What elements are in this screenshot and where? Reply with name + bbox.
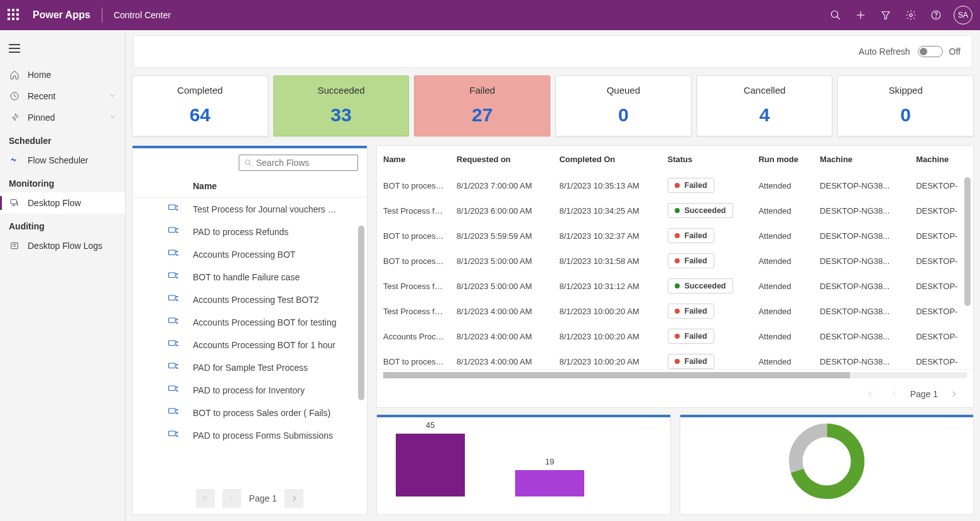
col-header[interactable]: Machine xyxy=(910,146,973,173)
svg-rect-8 xyxy=(11,200,16,204)
nav-flow-scheduler[interactable]: Flow Scheduler xyxy=(0,150,125,171)
cell-status: Failed xyxy=(662,299,753,324)
flow-row[interactable]: Accounts Processing BOT for 1 hour xyxy=(133,334,367,356)
search-input[interactable] xyxy=(256,158,353,168)
stat-card[interactable]: Completed 64 xyxy=(132,75,268,136)
pager-label: Page 1 xyxy=(910,389,938,399)
stat-card[interactable]: Skipped 0 xyxy=(837,75,974,136)
stat-value: 4 xyxy=(702,104,827,126)
flow-name: Accounts Processing BOT xyxy=(193,250,295,260)
pager-first[interactable] xyxy=(196,489,215,508)
toggle-state: Off xyxy=(949,47,961,57)
status-pill: Succeeded xyxy=(668,203,733,218)
stat-value: 0 xyxy=(843,104,968,126)
table-row[interactable]: BOT to process ... 8/1/2023 4:00:00 AM 8… xyxy=(377,349,973,370)
flow-row[interactable]: Accounts Processing BOT for testing xyxy=(133,311,367,334)
nav-pinned[interactable]: Pinned xyxy=(0,107,125,128)
chevron-down-icon xyxy=(109,91,116,101)
filter-icon[interactable] xyxy=(873,3,898,28)
auto-refresh-toggle[interactable] xyxy=(918,46,943,57)
cell-status: Failed xyxy=(662,173,753,198)
pager-next[interactable] xyxy=(945,386,962,402)
table-row[interactable]: Test Process for ... 8/1/2023 6:00:00 AM… xyxy=(377,198,973,223)
stat-card[interactable]: Queued 0 xyxy=(555,75,692,136)
flow-row[interactable]: PAD to process Refunds xyxy=(133,221,367,243)
cell-machine1: DESKTOP-NG38... xyxy=(814,299,910,324)
cell-name: BOT to process ... xyxy=(377,248,450,273)
cell-machine1: DESKTOP-NG38... xyxy=(814,198,910,223)
flow-row[interactable]: Accounts Processing BOT xyxy=(133,243,367,266)
table-row[interactable]: Test Process for ... 8/1/2023 5:00:00 AM… xyxy=(377,273,973,299)
flow-row[interactable]: PAD to process Forms Submissions xyxy=(133,424,367,447)
flow-item-icon xyxy=(166,316,182,329)
status-pill: Failed xyxy=(668,228,714,243)
add-icon[interactable] xyxy=(848,3,873,28)
cell-machine2: DESKTOP- xyxy=(910,173,973,198)
bar-group: 19 xyxy=(515,457,584,496)
cell-machine1: DESKTOP-NG38... xyxy=(814,349,910,370)
table-row[interactable]: Test Process for ... 8/1/2023 4:00:00 AM… xyxy=(377,299,973,324)
flow-name: Accounts Processing BOT for testing xyxy=(193,317,337,327)
search-icon[interactable] xyxy=(823,3,848,28)
settings-icon[interactable] xyxy=(898,3,923,28)
table-row[interactable]: BOT to process ... 8/1/2023 5:00:00 AM 8… xyxy=(377,248,973,273)
cell-completed: 8/1/2023 10:31:12 AM xyxy=(553,273,661,299)
flow-item-icon xyxy=(166,248,182,261)
table-row[interactable]: Accounts Proces... 8/1/2023 4:00:00 AM 8… xyxy=(377,324,973,349)
col-header[interactable]: Status xyxy=(662,146,753,173)
flow-row[interactable]: PAD to process for Inventory xyxy=(133,379,367,402)
stat-card[interactable]: Failed 27 xyxy=(414,75,550,136)
app-launcher-icon[interactable] xyxy=(8,9,20,21)
cell-requested: 8/1/2023 5:00:00 AM xyxy=(450,248,553,273)
flow-row[interactable]: PAD for Sample Test Process xyxy=(133,356,367,379)
flow-item-icon xyxy=(166,339,182,351)
nav-home[interactable]: Home xyxy=(0,64,125,85)
runs-pager: Page 1 xyxy=(377,381,973,407)
search-flows[interactable] xyxy=(239,155,358,171)
home-icon xyxy=(9,69,20,80)
scrollbar[interactable] xyxy=(358,226,364,475)
flow-item-icon xyxy=(166,407,182,419)
stats-row: Completed 64Succeeded 33Failed 27Queued … xyxy=(132,75,974,136)
flow-row[interactable]: BOT to process Sales order ( Fails) xyxy=(133,402,367,424)
pager-first[interactable] xyxy=(863,386,879,402)
avatar[interactable]: SA xyxy=(954,6,972,25)
status-pill: Failed xyxy=(668,354,714,369)
svg-rect-17 xyxy=(169,273,176,278)
cell-machine1: DESKTOP-NG38... xyxy=(814,173,910,198)
nav-recent[interactable]: Recent xyxy=(0,85,125,107)
topbar: Power Apps Control Center SA xyxy=(0,0,980,30)
help-icon[interactable] xyxy=(923,3,949,28)
col-header[interactable]: Run mode xyxy=(752,146,814,173)
hamburger-icon[interactable] xyxy=(0,38,125,64)
flow-row[interactable]: Test Process for Journal vouchers f... xyxy=(133,198,367,221)
pager-next[interactable] xyxy=(285,489,303,508)
table-row[interactable]: BOT to process ... 8/1/2023 5:59:59 AM 8… xyxy=(377,223,973,248)
auto-refresh-label: Auto Refresh xyxy=(859,47,910,57)
cell-mode: Attended xyxy=(752,324,814,349)
flow-row[interactable]: BOT to handle Failure case xyxy=(133,266,367,288)
nav-desktop-flow[interactable]: Desktop Flow xyxy=(0,192,125,214)
stat-card[interactable]: Cancelled 4 xyxy=(697,75,833,136)
runs-panel: NameRequested onCompleted OnStatusRun mo… xyxy=(376,145,974,515)
scrollbar[interactable] xyxy=(964,177,971,361)
flow-row[interactable]: Accounts Processing Test BOT2 xyxy=(133,288,367,311)
col-header[interactable]: Machine xyxy=(814,146,910,173)
cell-machine1: DESKTOP-NG38... xyxy=(814,324,910,349)
col-header[interactable]: Completed On xyxy=(553,146,661,173)
pager-prev[interactable] xyxy=(886,386,903,402)
pager-prev[interactable] xyxy=(222,489,241,508)
h-scrollbar[interactable] xyxy=(383,372,967,378)
clock-icon xyxy=(9,90,20,102)
svg-rect-9 xyxy=(11,243,18,248)
col-header[interactable]: Name xyxy=(377,146,450,173)
table-row[interactable]: BOT to process ... 8/1/2023 7:00:00 AM 8… xyxy=(377,173,973,198)
bar xyxy=(396,434,465,496)
stat-card[interactable]: Succeeded 33 xyxy=(273,75,410,136)
nav-label: Desktop Flow Logs xyxy=(28,241,102,251)
flow-name: PAD to process Refunds xyxy=(193,227,288,237)
bar-chart-card: 45 19 xyxy=(376,414,671,515)
stat-title: Failed xyxy=(420,85,545,96)
col-header[interactable]: Requested on xyxy=(450,146,553,173)
nav-desktop-flow-logs[interactable]: Desktop Flow Logs xyxy=(0,235,125,256)
